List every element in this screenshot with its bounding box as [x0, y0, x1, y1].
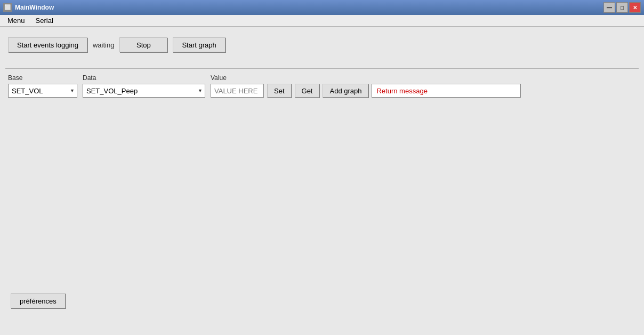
start-graph-button[interactable]: Start graph: [173, 37, 225, 52]
menu-item-menu[interactable]: Menu: [2, 15, 30, 26]
main-content: Start events logging waiting Stop Start …: [0, 27, 644, 335]
window-icon: ⬜: [3, 3, 12, 12]
get-button[interactable]: Get: [295, 84, 320, 98]
return-message-box: Return message: [372, 84, 521, 98]
maximize-button[interactable]: □: [616, 2, 628, 13]
minimize-button[interactable]: —: [603, 2, 615, 13]
menu-bar: Menu Serial: [0, 15, 644, 27]
status-text: waiting: [93, 41, 114, 49]
toolbar-row: Start events logging waiting Stop Start …: [5, 32, 639, 58]
stop-button[interactable]: Stop: [119, 37, 167, 52]
value-label: Value: [211, 74, 521, 82]
add-graph-button[interactable]: Add graph: [323, 84, 368, 98]
form-section: Base SET_VOL GET_VOL SET_PRESSURE GET_PR…: [5, 74, 639, 98]
window-title: MainWindow: [15, 4, 54, 11]
value-field-group: Value Set Get Add graph Return message: [211, 74, 521, 98]
data-field-group: Data SET_VOL_Peep SET_VOL_Tidal SET_VOL_…: [83, 74, 205, 98]
data-select[interactable]: SET_VOL_Peep SET_VOL_Tidal SET_VOL_Rate …: [83, 84, 205, 98]
close-button[interactable]: ✕: [629, 2, 641, 13]
start-logging-button[interactable]: Start events logging: [8, 37, 87, 52]
value-input[interactable]: [211, 84, 264, 98]
base-field-group: Base SET_VOL GET_VOL SET_PRESSURE GET_PR…: [8, 74, 77, 98]
preferences-button[interactable]: préférences: [11, 293, 66, 308]
data-label: Data: [83, 74, 205, 82]
base-label: Base: [8, 74, 77, 82]
base-select[interactable]: SET_VOL GET_VOL SET_PRESSURE GET_PRESSUR…: [8, 84, 77, 98]
menu-item-serial[interactable]: Serial: [30, 15, 59, 26]
set-button[interactable]: Set: [267, 84, 292, 98]
title-bar: ⬜ MainWindow — □ ✕: [0, 0, 644, 15]
